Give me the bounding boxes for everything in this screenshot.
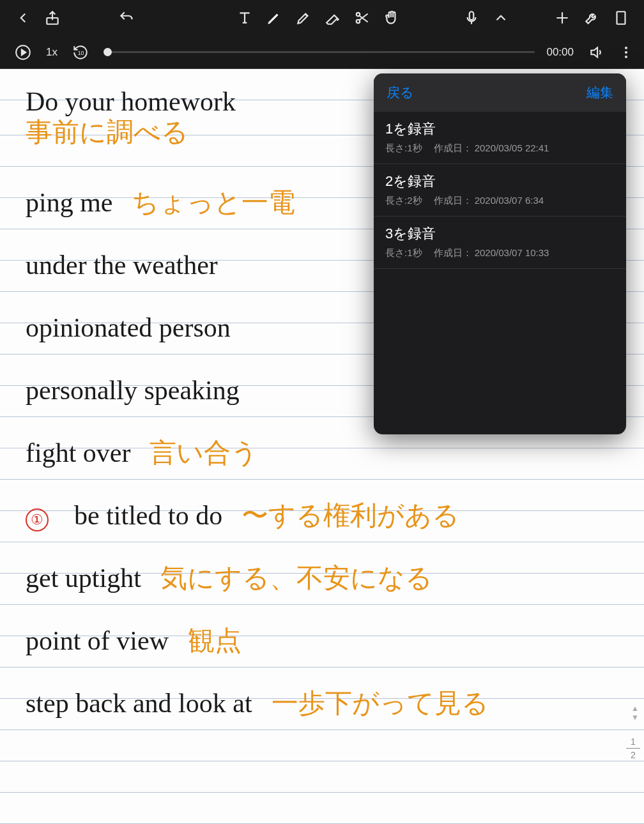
recording-title: 3を録音 [385,224,615,243]
mic-button[interactable] [460,6,483,29]
wrench-icon[interactable] [580,6,603,29]
hw-text: ping me [26,189,112,216]
recording-item[interactable]: 1を録音 長さ:1秒 作成日： 2020/03/05 22:41 [374,112,626,164]
hw-text: be titled to do [74,502,222,529]
rewind-10-button[interactable]: 10 [69,41,92,64]
hw-text: Do your homework [26,88,236,115]
hw-text: point of view [26,627,169,654]
svg-rect-4 [617,11,625,24]
eraser-tool-button[interactable] [321,6,344,29]
svg-marker-8 [591,47,597,57]
play-button[interactable] [12,41,34,64]
recording-item[interactable]: 2を録音 長さ:2秒 作成日： 2020/03/07 6:34 [374,164,626,217]
more-button[interactable] [620,47,632,58]
recording-date: 2020/03/07 10:33 [475,247,549,258]
back-button[interactable] [12,6,34,29]
total-pages: 2 [626,750,640,760]
scissors-tool-button[interactable] [351,6,374,29]
text-tool-button[interactable] [233,6,256,29]
recording-length: 長さ:2秒 [385,195,422,207]
hw-annotation: 〜する権利がある [241,502,459,529]
hw-text: get uptight [26,565,141,591]
highlighter-tool-button[interactable] [292,6,315,29]
recording-date: 2020/03/07 6:34 [475,195,544,206]
svg-rect-3 [470,11,474,20]
hand-tool-button[interactable] [380,6,403,29]
scroll-arrows[interactable]: ▲▼ [631,704,639,722]
playback-timeline[interactable] [103,51,535,53]
playhead[interactable] [103,48,112,56]
pen-tool-button[interactable] [263,6,286,29]
playback-bar: 1x 10 00:00 [0,36,644,69]
hw-annotation: ちょっと一電 [132,189,295,216]
hw-annotation: 一歩下がって見る [272,690,489,717]
current-page: 1 [626,736,640,747]
svg-marker-6 [22,49,26,55]
circled-number: ① [26,508,49,531]
hw-text: personally speaking [26,377,240,404]
hw-text: opinionated person [26,314,231,341]
recording-title: 1を録音 [385,119,615,139]
undo-button[interactable] [115,6,138,29]
popover-edit-button[interactable]: 編集 [586,84,613,102]
page-indicator: 1 2 [626,736,640,760]
recordings-popover: 戻る 編集 1を録音 長さ:1秒 作成日： 2020/03/05 22:41 2… [374,73,626,434]
popover-header: 戻る 編集 [374,73,626,112]
hw-text: fight over [26,439,130,466]
svg-text:10: 10 [78,50,84,56]
recording-date: 2020/03/05 22:41 [475,142,549,153]
volume-button[interactable] [585,41,608,64]
recording-item[interactable]: 3を録音 長さ:1秒 作成日： 2020/03/07 10:33 [374,217,626,269]
page-icon[interactable] [610,6,632,29]
hw-text: step back and look at [26,690,252,717]
hw-text: under the weather [26,252,218,278]
hw-annotation: 観点 [188,627,241,654]
time-display: 00:00 [546,46,574,59]
share-button[interactable] [41,6,64,29]
recording-length: 長さ:1秒 [385,142,422,155]
hw-annotation: 事前に調べる [26,119,188,146]
add-button[interactable] [551,6,574,29]
svg-point-1 [356,13,360,16]
recording-length: 長さ:1秒 [385,247,422,259]
recording-title: 2を録音 [385,172,615,191]
top-toolbar [0,0,644,36]
speed-label[interactable]: 1x [46,46,57,59]
hw-annotation: 言い合う [150,439,258,466]
popover-back-button[interactable]: 戻る [387,84,414,102]
chevron-up-icon[interactable] [489,6,512,29]
hw-annotation: 気にする、不安になる [160,565,433,591]
svg-point-2 [356,20,360,23]
